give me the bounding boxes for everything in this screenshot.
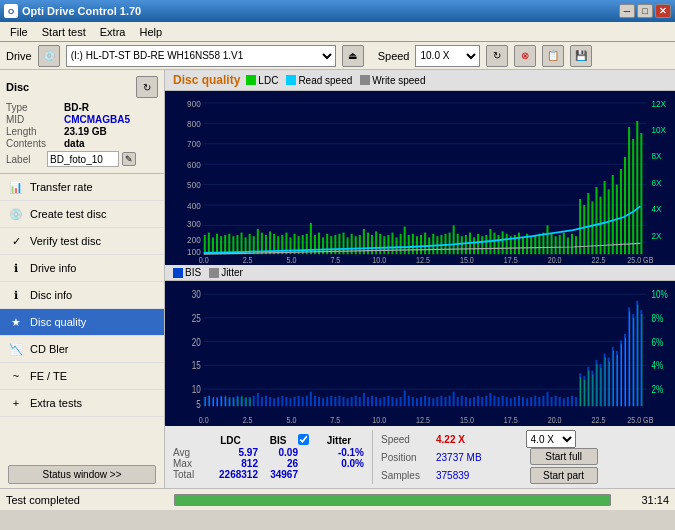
svg-rect-292 bbox=[637, 305, 638, 407]
speed-select2[interactable]: 4.0 X2.0 X8.0 X bbox=[526, 430, 576, 448]
disc-info-icon: ℹ bbox=[8, 287, 24, 303]
sidebar-item-drive-info[interactable]: ℹ Drive info bbox=[0, 255, 164, 282]
svg-rect-27 bbox=[220, 236, 222, 254]
svg-rect-129 bbox=[636, 121, 638, 254]
svg-text:15.0: 15.0 bbox=[460, 255, 474, 265]
svg-rect-25 bbox=[212, 237, 214, 254]
sidebar: Disc ↻ Type BD-R MID CMCMAGBA5 Length 23… bbox=[0, 70, 165, 488]
sidebar-item-create-test-disc[interactable]: 💿 Create test disc bbox=[0, 201, 164, 228]
svg-rect-176 bbox=[277, 397, 279, 406]
drive-icon: 💿 bbox=[38, 45, 60, 67]
svg-rect-79 bbox=[432, 234, 434, 254]
svg-text:800: 800 bbox=[187, 118, 201, 129]
svg-rect-268 bbox=[213, 397, 214, 406]
svg-rect-114 bbox=[575, 236, 577, 254]
disc-refresh-button[interactable]: ↻ bbox=[136, 76, 158, 98]
svg-text:22.5: 22.5 bbox=[592, 416, 606, 426]
sidebar-item-extra-tests[interactable]: + Extra tests bbox=[0, 390, 164, 417]
svg-text:8%: 8% bbox=[652, 312, 664, 324]
verify-test-disc-icon: ✓ bbox=[8, 233, 24, 249]
svg-rect-178 bbox=[285, 397, 287, 406]
type-value: BD-R bbox=[64, 102, 89, 113]
eject-button[interactable]: ⏏ bbox=[342, 45, 364, 67]
label-input[interactable] bbox=[47, 151, 119, 167]
minimize-button[interactable]: ─ bbox=[619, 4, 635, 18]
contents-value: data bbox=[64, 138, 85, 149]
svg-rect-181 bbox=[298, 396, 300, 407]
sidebar-item-transfer-rate[interactable]: 📊 Transfer rate bbox=[0, 174, 164, 201]
app-title: Opti Drive Control 1.70 bbox=[22, 5, 141, 17]
start-part-button[interactable]: Start part bbox=[530, 467, 598, 484]
sidebar-item-disc-quality[interactable]: ★ Disc quality bbox=[0, 309, 164, 336]
label-edit-button[interactable]: ✎ bbox=[122, 152, 136, 166]
drive-select[interactable]: (I:) HL-DT-ST BD-RE WH16NS58 1.V1 bbox=[66, 45, 336, 67]
svg-rect-270 bbox=[221, 397, 222, 406]
ldc-legend-label: LDC bbox=[258, 75, 278, 86]
svg-rect-113 bbox=[571, 234, 573, 254]
svg-rect-237 bbox=[526, 398, 528, 406]
svg-rect-195 bbox=[355, 396, 357, 407]
svg-rect-71 bbox=[400, 234, 402, 254]
speed-select[interactable]: 10.0 X4.0 X8.0 X bbox=[415, 45, 480, 67]
svg-rect-267 bbox=[209, 396, 210, 407]
svg-rect-228 bbox=[489, 393, 491, 406]
svg-rect-290 bbox=[629, 311, 630, 406]
svg-rect-196 bbox=[359, 397, 361, 406]
svg-rect-83 bbox=[449, 233, 451, 255]
svg-rect-216 bbox=[440, 396, 442, 407]
menu-file[interactable]: File bbox=[4, 25, 34, 39]
cd-bler-icon: 📉 bbox=[8, 341, 24, 357]
sidebar-item-verify-test-disc[interactable]: ✓ Verify test disc bbox=[0, 228, 164, 255]
sidebar-item-fe-te[interactable]: ~ FE / TE bbox=[0, 363, 164, 390]
content-area: Disc quality LDC Read speed Write speed bbox=[165, 70, 675, 488]
avg-jitter: -0.1% bbox=[314, 447, 364, 458]
svg-rect-226 bbox=[481, 397, 483, 406]
svg-rect-285 bbox=[609, 361, 610, 406]
svg-text:2X: 2X bbox=[652, 230, 662, 241]
save-button[interactable]: 💾 bbox=[570, 45, 592, 67]
svg-rect-239 bbox=[534, 396, 536, 407]
svg-rect-123 bbox=[612, 175, 614, 254]
sidebar-item-cd-bler[interactable]: 📉 CD Bler bbox=[0, 336, 164, 363]
svg-text:600: 600 bbox=[187, 159, 201, 170]
jitter-checkbox[interactable] bbox=[298, 434, 309, 445]
status-window-button[interactable]: Status window >> bbox=[8, 465, 156, 484]
total-ldc: 2268312 bbox=[203, 469, 258, 480]
svg-rect-227 bbox=[485, 396, 487, 407]
refresh-button[interactable]: ↻ bbox=[486, 45, 508, 67]
menu-extra[interactable]: Extra bbox=[94, 25, 132, 39]
svg-rect-32 bbox=[240, 233, 242, 255]
speed-label: Speed bbox=[378, 50, 410, 62]
restore-button[interactable]: □ bbox=[637, 4, 653, 18]
svg-rect-276 bbox=[246, 397, 247, 406]
bis-legend-label: BIS bbox=[185, 267, 201, 278]
svg-rect-291 bbox=[633, 318, 634, 406]
svg-rect-28 bbox=[224, 235, 226, 254]
svg-rect-111 bbox=[563, 233, 565, 255]
start-full-button[interactable]: Start full bbox=[530, 448, 598, 465]
ldc-chart: 900 800 700 600 500 400 300 200 100 12X … bbox=[165, 91, 675, 265]
menu-help[interactable]: Help bbox=[133, 25, 168, 39]
svg-rect-220 bbox=[457, 397, 459, 406]
svg-text:7.5: 7.5 bbox=[330, 416, 340, 426]
sidebar-item-disc-info[interactable]: ℹ Disc info bbox=[0, 282, 164, 309]
svg-rect-128 bbox=[632, 139, 634, 254]
legend: LDC Read speed Write speed bbox=[246, 75, 425, 86]
svg-rect-64 bbox=[371, 235, 373, 254]
disc-quality-icon: ★ bbox=[8, 314, 24, 330]
erase-button[interactable]: ⊗ bbox=[514, 45, 536, 67]
svg-rect-172 bbox=[261, 397, 263, 406]
svg-rect-26 bbox=[216, 234, 218, 254]
app-icon: O bbox=[4, 4, 18, 18]
svg-rect-173 bbox=[265, 396, 267, 407]
progress-bar-fill bbox=[175, 495, 610, 505]
svg-rect-91 bbox=[481, 236, 483, 254]
svg-rect-29 bbox=[228, 234, 230, 254]
svg-rect-119 bbox=[595, 187, 597, 254]
close-button[interactable]: ✕ bbox=[655, 4, 671, 18]
menu-start-test[interactable]: Start test bbox=[36, 25, 92, 39]
svg-text:2.5: 2.5 bbox=[243, 255, 253, 265]
svg-rect-89 bbox=[473, 237, 475, 254]
svg-rect-191 bbox=[338, 396, 340, 407]
copy-button[interactable]: 📋 bbox=[542, 45, 564, 67]
